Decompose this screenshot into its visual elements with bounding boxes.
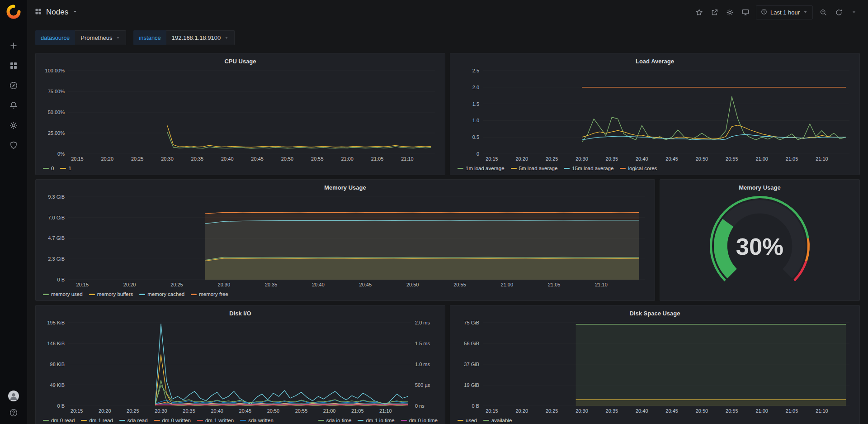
legend-series-marker — [458, 420, 463, 421]
svg-text:20:55: 20:55 — [311, 156, 324, 162]
legend-item[interactable]: memory cached — [139, 291, 184, 297]
panel-title[interactable]: Load Average — [454, 55, 856, 67]
legend-series-marker — [401, 420, 407, 421]
dashboard-settings-button[interactable] — [723, 5, 737, 19]
legend-item[interactable]: used — [458, 418, 477, 423]
user-avatar[interactable] — [8, 391, 19, 401]
svg-text:20:25: 20:25 — [127, 408, 139, 414]
legend-item[interactable]: memory used — [43, 291, 83, 297]
svg-text:20:15: 20:15 — [486, 156, 498, 162]
svg-text:20:35: 20:35 — [606, 156, 618, 162]
svg-text:21:05: 21:05 — [786, 408, 798, 414]
svg-text:21:10: 21:10 — [816, 156, 828, 162]
legend-item[interactable]: memory buffers — [89, 291, 133, 297]
legend-series-label: dm-1 io time — [366, 418, 394, 423]
svg-text:146 KiB: 146 KiB — [47, 341, 65, 346]
legend-series-marker — [89, 294, 95, 295]
svg-text:20:45: 20:45 — [239, 408, 252, 414]
legend-series-marker — [240, 420, 246, 421]
legend-item[interactable]: 1 — [60, 166, 71, 171]
variables-row: datasource Prometheus instance 192.168.1… — [27, 24, 868, 51]
variable-label: instance — [133, 30, 166, 45]
legend-item[interactable]: dm-0 read — [43, 418, 75, 423]
cpu-usage-chart[interactable]: 0%25.00%50.00%75.00%100.00%20:1520:2020:… — [39, 67, 441, 163]
legend-item[interactable]: sda read — [119, 418, 148, 423]
svg-text:0%: 0% — [57, 151, 65, 157]
instance-dropdown[interactable]: 192.168.1.18:9100 — [166, 30, 235, 45]
sidebar-item-configuration[interactable] — [0, 116, 27, 136]
panel-title[interactable]: Disk Space Usage — [454, 307, 856, 319]
caret-down-icon[interactable] — [72, 8, 78, 16]
bell-icon — [9, 101, 18, 112]
svg-text:21:10: 21:10 — [401, 156, 414, 162]
legend-item[interactable]: 0 — [43, 166, 54, 171]
legend-series-label: used — [466, 418, 477, 423]
legend-series-label: dm-0 written — [162, 418, 191, 423]
legend-series-marker — [43, 168, 49, 169]
legend-item[interactable]: memory free — [191, 291, 228, 297]
legend-item[interactable]: dm-1 written — [197, 418, 234, 423]
svg-text:1.5 ms: 1.5 ms — [415, 341, 430, 346]
svg-text:21:10: 21:10 — [379, 408, 392, 414]
svg-text:20:15: 20:15 — [71, 408, 83, 414]
svg-text:21:00: 21:00 — [755, 156, 768, 162]
svg-text:20:30: 20:30 — [155, 408, 167, 414]
sidebar-item-server-admin[interactable] — [0, 136, 27, 156]
dashboard-title[interactable]: Nodes — [46, 8, 68, 17]
cycle-view-button[interactable] — [739, 5, 752, 19]
disk-space-chart[interactable]: 0 B19 GiB37 GiB56 GiB75 GiB20:1520:2020:… — [454, 319, 856, 415]
legend-series-label: available — [491, 418, 512, 423]
legend-item[interactable]: 1m load average — [458, 166, 505, 171]
legend-series-label: 5m load average — [519, 166, 558, 171]
refresh-button[interactable] — [832, 5, 845, 19]
sidebar-item-explore[interactable] — [0, 76, 27, 96]
legend-item[interactable]: available — [483, 418, 512, 423]
svg-text:0 ns: 0 ns — [415, 403, 425, 409]
sidebar-item-alerting[interactable] — [0, 96, 27, 116]
svg-text:20:45: 20:45 — [359, 282, 372, 287]
legend-series-label: memory free — [199, 291, 228, 297]
time-picker[interactable]: Last 1 hour — [756, 5, 813, 19]
sidebar-item-dashboards[interactable] — [0, 57, 27, 76]
help-button[interactable] — [0, 408, 27, 419]
svg-text:20:20: 20:20 — [99, 408, 111, 414]
legend-item[interactable]: logical cores — [620, 166, 657, 171]
memory-usage-chart[interactable]: 0 B2.3 GiB4.7 GiB7.0 GiB9.3 GiB20:1520:2… — [39, 193, 651, 289]
panel-title[interactable]: Memory Usage — [664, 181, 856, 193]
zoom-out-button[interactable] — [816, 5, 830, 19]
svg-text:2.0 ms: 2.0 ms — [415, 320, 430, 325]
svg-text:21:05: 21:05 — [351, 408, 364, 414]
legend-item[interactable]: sda written — [240, 418, 274, 423]
legend-series-label: 15m load average — [572, 166, 613, 171]
variable-datasource: datasource Prometheus — [35, 30, 126, 45]
svg-text:20:25: 20:25 — [170, 282, 183, 287]
sidebar-item-create[interactable] — [0, 37, 27, 57]
legend-series-marker — [154, 420, 160, 421]
star-button[interactable] — [693, 5, 706, 19]
legend-item[interactable]: dm-1 io time — [358, 418, 394, 423]
legend-item[interactable]: dm-0 written — [154, 418, 191, 423]
panel-title[interactable]: CPU Usage — [39, 55, 441, 67]
disk-io-chart[interactable]: 0 B49 KiB98 KiB146 KiB195 KiB0 ns500 µs1… — [39, 319, 441, 415]
memory-usage-gauge: 30% — [664, 193, 856, 299]
grafana-logo[interactable] — [6, 4, 21, 21]
legend-item[interactable]: sda io time — [318, 418, 352, 423]
svg-text:0.5: 0.5 — [472, 134, 479, 140]
load-average-chart[interactable]: 00.51.01.52.02.520:1520:2020:2520:3020:3… — [454, 67, 856, 163]
legend-item[interactable]: 15m load average — [564, 166, 613, 171]
refresh-interval-dropdown[interactable] — [847, 5, 861, 19]
share-button[interactable] — [708, 5, 722, 19]
panel-title[interactable]: Disk I/O — [39, 307, 441, 319]
datasource-dropdown[interactable]: Prometheus — [75, 30, 126, 45]
legend-item[interactable]: dm-0 io time — [401, 418, 438, 423]
svg-text:20:30: 20:30 — [161, 156, 174, 162]
legend-item[interactable]: dm-1 read — [81, 418, 113, 423]
panel-title[interactable]: Memory Usage — [39, 181, 651, 193]
legend-item[interactable]: 5m load average — [511, 166, 558, 171]
svg-text:2.3 GiB: 2.3 GiB — [48, 256, 65, 262]
legend-series-label: memory cached — [147, 291, 184, 297]
svg-text:20:20: 20:20 — [101, 156, 114, 162]
legend-series-label: memory buffers — [97, 291, 133, 297]
legend-series-marker — [60, 168, 66, 169]
svg-text:20:15: 20:15 — [76, 282, 89, 287]
